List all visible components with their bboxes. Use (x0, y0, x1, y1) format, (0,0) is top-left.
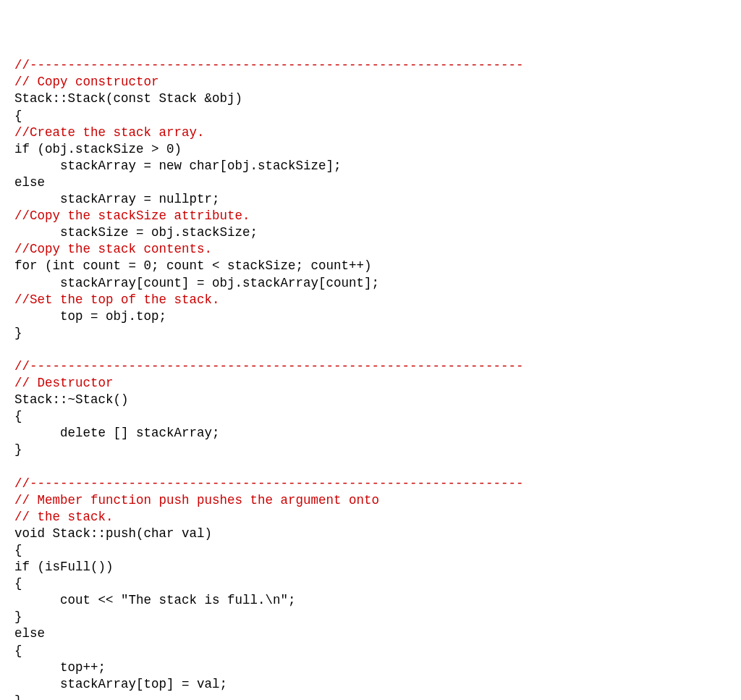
code-line: stackArray = nullptr; (14, 192, 220, 206)
code-line: //Copy the stack contents. (14, 242, 212, 256)
code-line: // Copy constructor (14, 75, 159, 89)
code-line: Stack::Stack(const Stack &obj) (14, 91, 242, 106)
code-line: { (14, 409, 22, 423)
code-line: top = obj.top; (14, 309, 166, 324)
code-line: { (14, 543, 22, 557)
code-line: } (14, 693, 22, 700)
code-line: { (14, 576, 22, 591)
code-line: } (14, 326, 22, 340)
code-line: { (14, 644, 22, 658)
code-line: void Stack::push(char val) (14, 526, 212, 541)
code-line: if (isFull()) (14, 560, 114, 574)
code-line: //--------------------------------------… (14, 476, 524, 491)
code-line: { (14, 109, 22, 123)
code-line: if (obj.stackSize > 0) (14, 142, 182, 156)
code-line: // the stack. (14, 510, 114, 524)
code-line: //--------------------------------------… (14, 359, 524, 374)
code-line: stackArray[top] = val; (14, 677, 227, 691)
code-line: stackArray = new char[obj.stackSize]; (14, 159, 342, 173)
code-line: } (14, 610, 22, 624)
code-line: //Copy the stackSize attribute. (14, 208, 250, 223)
code-line: //Create the stack array. (14, 125, 205, 140)
code-line: else (14, 175, 45, 190)
code-line: else (14, 626, 45, 641)
code-line: stackSize = obj.stackSize; (14, 225, 258, 240)
code-line: Stack::~Stack() (14, 392, 129, 407)
code-line: //Set the top of the stack. (14, 292, 220, 307)
code-line: //--------------------------------------… (14, 58, 524, 72)
code-line: for (int count = 0; count < stackSize; c… (14, 258, 372, 273)
code-block: //--------------------------------------… (14, 57, 727, 700)
code-line: } (14, 442, 22, 457)
code-line: delete [] stackArray; (14, 426, 220, 440)
code-line: top++; (14, 660, 106, 675)
code-line: // Destructor (14, 376, 114, 390)
code-line: cout << "The stack is full.\n"; (14, 593, 296, 607)
code-line: // Member function push pushes the argum… (14, 493, 379, 507)
code-line: stackArray[count] = obj.stackArray[count… (14, 276, 379, 290)
